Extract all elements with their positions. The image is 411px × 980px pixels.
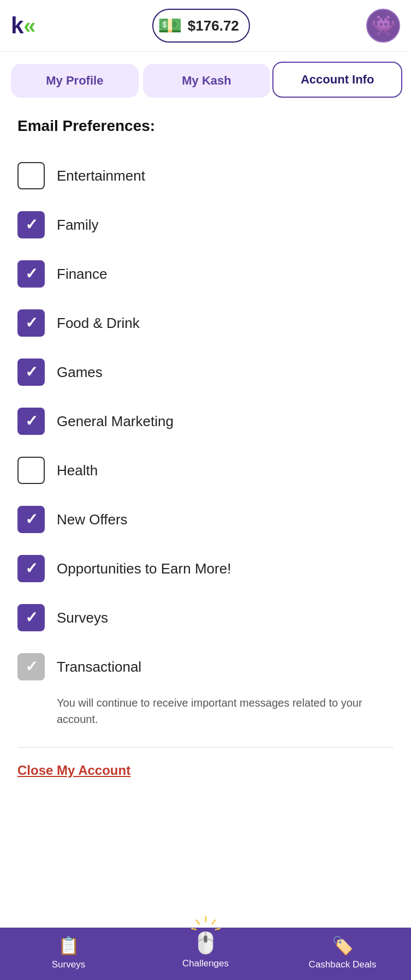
nav-challenges[interactable]: 🖱️ Challenges	[137, 936, 274, 969]
label-finance: Finance	[57, 266, 108, 283]
email-preferences-title: Email Preferences:	[17, 117, 394, 135]
checkmark-icon: ✓	[25, 610, 38, 625]
sparkle-ring	[189, 915, 222, 947]
checkbox-food-drink[interactable]: ✓	[17, 309, 45, 337]
label-family: Family	[57, 217, 99, 234]
label-opportunities: Opportunities to Earn More!	[57, 560, 231, 577]
app-header: k« 💵 $176.72 👾	[0, 0, 411, 52]
checkbox-general-marketing[interactable]: ✓	[17, 408, 45, 435]
checkmark-icon: ✓	[25, 217, 38, 232]
checkbox-finance[interactable]: ✓	[17, 260, 45, 288]
close-account-link[interactable]: Close My Account	[17, 763, 130, 778]
checkbox-games[interactable]: ✓	[17, 358, 45, 386]
svg-line-4	[192, 929, 196, 930]
list-item: ✓ Family	[17, 200, 394, 249]
nav-cashback-deals[interactable]: 🏷️ Cashback Deals	[274, 935, 411, 970]
nav-cashback-label: Cashback Deals	[309, 959, 377, 970]
balance-pill: 💵 $176.72	[152, 9, 250, 43]
checkmark-icon: ✓	[25, 364, 38, 380]
checkmark-icon: ✓	[25, 512, 38, 527]
checkbox-health[interactable]	[17, 457, 45, 484]
app-logo: k«	[11, 14, 36, 37]
list-item: ✓ Finance	[17, 249, 394, 298]
list-item: ✓ Games	[17, 348, 394, 397]
label-food-drink: Food & Drink	[57, 315, 140, 332]
checkmark-icon: ✓	[25, 659, 38, 674]
tab-my-kash[interactable]: My Kash	[143, 64, 271, 98]
list-item: ✓ General Marketing	[17, 397, 394, 446]
list-item: ✓ Transactional	[17, 642, 394, 691]
main-content: Email Preferences: Entertainment ✓ Famil…	[0, 98, 411, 865]
checkbox-surveys-pref[interactable]: ✓	[17, 604, 45, 631]
label-entertainment: Entertainment	[57, 168, 145, 184]
list-item: Health	[17, 446, 394, 495]
label-health: Health	[57, 462, 98, 479]
bottom-nav: 📋 Surveys 🖱️ Challenges 🏷️ Cashback Deal…	[0, 928, 411, 980]
svg-line-3	[196, 920, 199, 924]
checkbox-family[interactable]: ✓	[17, 211, 45, 238]
svg-line-2	[216, 929, 220, 930]
divider	[17, 747, 394, 748]
label-general-marketing: General Marketing	[57, 413, 174, 430]
list-item: ✓ New Offers	[17, 495, 394, 544]
checkbox-transactional: ✓	[17, 653, 45, 680]
checkmark-icon: ✓	[25, 315, 38, 331]
sparkle-svg	[189, 912, 222, 950]
nav-challenges-label: Challenges	[182, 958, 229, 969]
list-item: ✓ Surveys	[17, 593, 394, 642]
logo-chevrons: «	[23, 15, 35, 37]
nav-surveys-label: Surveys	[52, 959, 85, 970]
label-transactional: Transactional	[57, 659, 141, 676]
avatar-icon: 👾	[371, 14, 396, 37]
checkmark-icon: ✓	[25, 266, 38, 282]
tab-my-profile[interactable]: My Profile	[11, 64, 139, 98]
nav-surveys[interactable]: 📋 Surveys	[0, 935, 137, 970]
money-icon: 💵	[158, 14, 182, 37]
checkmark-icon: ✓	[25, 561, 38, 576]
svg-line-1	[212, 920, 215, 924]
logo-k: k	[11, 14, 23, 37]
checkbox-entertainment[interactable]	[17, 162, 45, 189]
surveys-icon: 📋	[58, 935, 80, 956]
checkbox-opportunities[interactable]: ✓	[17, 555, 45, 582]
tab-account-info[interactable]: Account Info	[272, 62, 402, 98]
cashback-icon: 🏷️	[332, 935, 354, 956]
list-item: ✓ Food & Drink	[17, 298, 394, 348]
email-preferences-list: Entertainment ✓ Family ✓ Finance ✓ Food …	[17, 151, 394, 727]
tab-bar: My Profile My Kash Account Info	[0, 52, 411, 98]
label-surveys-pref: Surveys	[57, 609, 108, 626]
list-item: Entertainment	[17, 151, 394, 200]
balance-amount: $176.72	[188, 17, 239, 34]
list-item: ✓ Opportunities to Earn More!	[17, 544, 394, 593]
checkbox-new-offers[interactable]: ✓	[17, 506, 45, 533]
avatar[interactable]: 👾	[366, 9, 400, 43]
checkmark-icon: ✓	[25, 414, 38, 429]
transactional-note: You will continue to receive important m…	[17, 695, 394, 727]
label-games: Games	[57, 364, 103, 381]
label-new-offers: New Offers	[57, 511, 128, 528]
